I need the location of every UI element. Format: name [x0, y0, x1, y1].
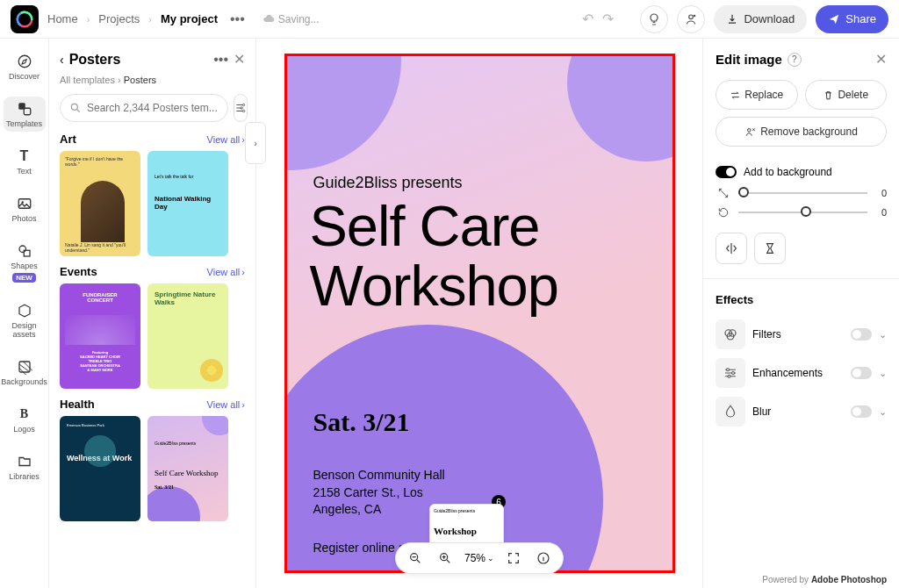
svg-point-10	[19, 246, 26, 253]
info-button[interactable]	[533, 548, 554, 569]
svg-point-24	[727, 369, 730, 371]
poster-title[interactable]: Self CareWorkshop	[310, 197, 558, 317]
account-button[interactable]	[677, 5, 705, 33]
zoom-in[interactable]	[435, 548, 456, 569]
panel-breadcrumb: All templates › Posters	[60, 75, 245, 85]
rail-discover[interactable]: Discover	[4, 49, 46, 84]
new-badge: NEW	[12, 273, 36, 283]
viewall-art[interactable]: View all ›	[207, 134, 245, 145]
svg-point-13	[71, 104, 77, 110]
rail-design-assets[interactable]: Design assets	[4, 298, 46, 342]
panel-back[interactable]: ‹	[60, 53, 64, 67]
rail-libraries[interactable]: Libraries	[4, 449, 46, 484]
powered-by: Powered by Adobe Photoshop	[762, 575, 887, 584]
rail-logos[interactable]: BLogos	[4, 402, 46, 437]
undo-button[interactable]: ↶	[582, 11, 593, 27]
scale-value: 0	[874, 188, 887, 198]
svg-point-16	[242, 110, 244, 111]
chevron-icon: ›	[148, 14, 152, 25]
help-icon[interactable]: ?	[788, 53, 802, 67]
blur-toggle[interactable]	[851, 405, 872, 418]
hint-button[interactable]	[640, 5, 668, 33]
enhance-toggle[interactable]	[851, 367, 872, 379]
remove-bg-button[interactable]: Remove background	[716, 117, 887, 147]
add-bg-toggle[interactable]	[716, 166, 737, 178]
rotate-icon	[716, 206, 731, 219]
rail-templates[interactable]: Templates	[4, 97, 46, 132]
rightpanel-close[interactable]: ✕	[875, 51, 887, 68]
panel-close[interactable]: ✕	[234, 51, 245, 68]
chevron-icon: ›	[87, 14, 90, 25]
viewall-health[interactable]: View all ›	[207, 399, 245, 410]
replace-button[interactable]: Replace	[716, 80, 798, 110]
panel-title: Posters	[69, 52, 121, 68]
crumb-current[interactable]: My project	[161, 12, 218, 25]
blur-expand[interactable]: ⌄	[879, 406, 887, 418]
template-thumb[interactable]: FUNDRAISERCONCERTFeaturingSACRED HEART C…	[60, 283, 140, 389]
poster-date[interactable]: Sat. 3/21	[313, 407, 410, 437]
search-icon	[69, 102, 82, 114]
app-logo[interactable]	[11, 5, 39, 33]
rotate-value: 0	[874, 207, 887, 218]
add-bg-label: Add to background	[744, 166, 832, 178]
section-art: Art	[60, 133, 76, 146]
section-health: Health	[60, 398, 95, 411]
crumb-home[interactable]: Home	[47, 12, 78, 25]
crumb-projects[interactable]: Projects	[98, 12, 140, 25]
blur-icon	[716, 397, 745, 427]
rail-text[interactable]: TText	[4, 144, 46, 179]
panel-more[interactable]: •••	[213, 52, 228, 68]
timer-button[interactable]	[754, 233, 786, 264]
filters-expand[interactable]: ⌄	[879, 329, 887, 341]
svg-point-25	[732, 372, 735, 375]
effect-blur: Blur	[752, 405, 844, 418]
zoom-out[interactable]	[405, 548, 426, 569]
panel-collapse[interactable]: ›	[245, 122, 266, 164]
svg-point-3	[689, 15, 694, 19]
svg-point-5	[18, 55, 31, 68]
effect-enhance: Enhancements	[752, 367, 844, 379]
delete-image-button[interactable]: Delete	[805, 80, 888, 110]
share-button[interactable]: Share	[816, 5, 888, 33]
template-thumb[interactable]: Springtime Nature Walks	[147, 283, 228, 389]
scale-slider[interactable]	[738, 192, 867, 194]
effect-filters: Filters	[752, 328, 844, 341]
filters-toggle[interactable]	[851, 328, 872, 341]
redo-button[interactable]: ↷	[602, 11, 614, 27]
poster-presenter[interactable]: Guide2Bliss presents	[313, 174, 463, 192]
filter-button[interactable]	[234, 94, 248, 122]
download-button[interactable]: Download	[714, 5, 807, 33]
template-thumb[interactable]: Guide2Bliss presentsSelf Care WorkshopSa…	[147, 416, 228, 521]
more-menu[interactable]: •••	[227, 11, 248, 27]
template-thumb[interactable]: Emerson Business ParkWellness at Work	[60, 416, 140, 521]
svg-point-20	[748, 129, 752, 133]
scale-icon	[716, 187, 731, 199]
svg-point-4	[694, 14, 696, 17]
enhance-expand[interactable]: ⌄	[879, 368, 887, 379]
svg-point-14	[242, 104, 244, 105]
fit-button[interactable]	[503, 548, 524, 569]
viewall-events[interactable]: View all ›	[207, 267, 245, 277]
filters-icon	[716, 319, 745, 349]
rail-shapes[interactable]: ShapesNEW	[4, 239, 46, 286]
svg-point-15	[241, 107, 242, 109]
section-events: Events	[60, 265, 97, 278]
poster-venue[interactable]: Benson Community Hall2158 Carter St., Lo…	[313, 467, 445, 519]
enhance-icon	[716, 358, 745, 388]
zoom-level[interactable]: 75% ⌄	[464, 552, 494, 564]
rightpanel-title: Edit image	[716, 52, 782, 67]
rail-photos[interactable]: Photos	[4, 191, 46, 226]
svg-point-26	[728, 375, 730, 377]
effects-heading: Effects	[716, 293, 887, 306]
template-thumb[interactable]: "Forgive me if I don't have the words."N…	[60, 151, 140, 256]
rail-backgrounds[interactable]: Backgrounds	[4, 355, 46, 390]
svg-rect-7	[24, 108, 31, 115]
saving-status: Saving...	[263, 13, 320, 25]
search-input[interactable]	[60, 94, 228, 122]
artboard[interactable]: Guide2Bliss presents Self CareWorkshop S…	[284, 54, 675, 573]
template-thumb[interactable]: Let's talk the talk forNational Walking …	[147, 151, 228, 256]
flip-h-button[interactable]	[716, 233, 747, 264]
rotate-slider[interactable]	[738, 212, 867, 213]
